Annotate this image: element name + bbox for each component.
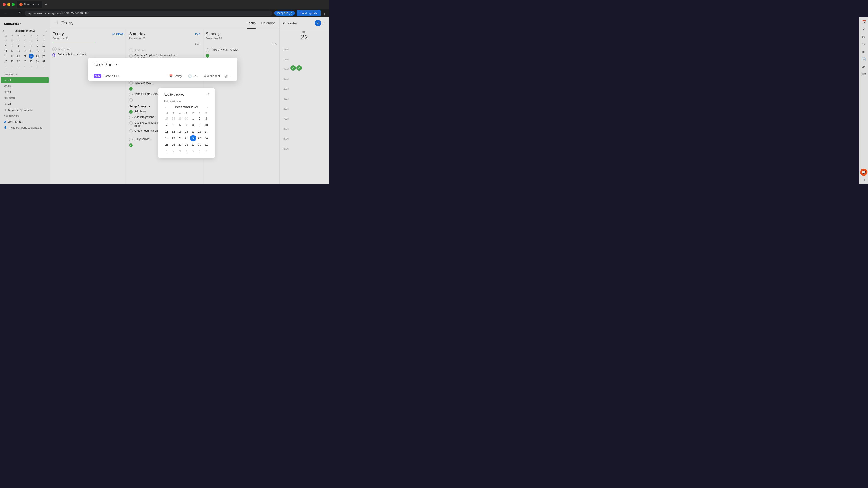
date-label: Today [174, 74, 182, 78]
cal-day[interactable]: 5 [190, 148, 196, 155]
clock-icon: 🕐 [188, 74, 192, 78]
cal-day[interactable]: 2 [170, 148, 177, 155]
cal-grid: M T W T F S S 27 28 29 30 1 2 3 4 5 6 7 … [164, 111, 209, 155]
cal-day[interactable]: 2 [196, 116, 203, 122]
cal-day[interactable]: 20 [177, 135, 183, 141]
backlog-shortcut: Z [208, 93, 209, 96]
cal-day[interactable]: 7 [203, 148, 209, 155]
toolbar-right: 📅 Today 🕐 --:-- # # channel @ ↑ [167, 73, 232, 78]
cal-day[interactable]: 5 [170, 122, 177, 128]
pick-start-date-section: Pick start date ‹ December 2023 › M T W … [161, 98, 212, 156]
cal-day[interactable]: 16 [196, 129, 203, 135]
cal-day[interactable]: 30 [183, 116, 190, 122]
cal-day[interactable]: 6 [196, 148, 203, 155]
cal-day[interactable]: 25 [164, 142, 170, 148]
time-button[interactable]: 🕐 --:-- [186, 73, 199, 78]
date-picker-button[interactable]: 📅 Today [167, 73, 184, 78]
cal-day-today[interactable]: 22 [190, 135, 196, 141]
cal-day[interactable]: 18 [164, 135, 170, 141]
time-label: --:-- [193, 74, 198, 78]
cal-header-s2: S [203, 111, 209, 115]
cal-day[interactable]: 13 [177, 129, 183, 135]
cal-nav: ‹ December 2023 › [164, 105, 209, 109]
cal-day[interactable]: 9 [196, 122, 203, 128]
add-to-backlog-option[interactable]: Add to backlog Z [161, 91, 212, 98]
calendar-icon: 📅 [169, 74, 173, 78]
cal-day[interactable]: 17 [203, 129, 209, 135]
task-modal-toolbar: NEW Paste a URL 📅 Today 🕐 --:-- # # chan… [94, 71, 232, 81]
cal-day[interactable]: 6 [177, 122, 183, 128]
cal-day[interactable]: 24 [203, 135, 209, 141]
cal-day[interactable]: 12 [170, 129, 177, 135]
cal-day[interactable]: 19 [170, 135, 177, 141]
cal-day[interactable]: 4 [164, 122, 170, 128]
cal-day[interactable]: 28 [183, 142, 190, 148]
cal-day[interactable]: 30 [196, 142, 203, 148]
channel-hash-icon: # [204, 74, 206, 78]
channel-button[interactable]: # # channel [202, 73, 222, 78]
cal-day[interactable]: 14 [183, 129, 190, 135]
upload-button[interactable]: ↑ [230, 74, 232, 78]
cal-day[interactable]: 1 [164, 148, 170, 155]
cal-day[interactable]: 8 [190, 122, 196, 128]
cal-day[interactable]: 29 [190, 142, 196, 148]
task-modal-title: Take Photos [94, 62, 232, 67]
cal-day[interactable]: 21 [183, 135, 190, 141]
cal-month-title: December 2023 [175, 105, 198, 109]
cal-header-s: S [196, 111, 203, 115]
cal-header-m: M [164, 111, 170, 115]
cal-prev-button[interactable]: ‹ [164, 105, 167, 109]
assign-button[interactable]: @ [224, 74, 228, 78]
task-modal: Take Photos NEW Paste a URL 📅 Today 🕐 --… [88, 58, 237, 81]
backlog-label: Add to backlog [164, 93, 185, 96]
cal-header-f: F [190, 111, 196, 115]
cal-header-t2: T [183, 111, 190, 115]
cal-header-t: T [170, 111, 177, 115]
paste-url-label[interactable]: Paste a URL [103, 74, 120, 78]
cal-next-button[interactable]: › [206, 105, 209, 109]
cal-day[interactable]: 7 [183, 122, 190, 128]
cal-day[interactable]: 11 [164, 129, 170, 135]
date-picker-dropdown: Add to backlog Z Pick start date ‹ Decem… [158, 88, 215, 158]
cal-day[interactable]: 27 [177, 142, 183, 148]
new-badge: NEW [94, 74, 101, 78]
cal-day[interactable]: 23 [196, 135, 203, 141]
cal-day[interactable]: 4 [183, 148, 190, 155]
cal-day[interactable]: 1 [190, 116, 196, 122]
cal-day[interactable]: 31 [203, 142, 209, 148]
cal-day[interactable]: 3 [177, 148, 183, 155]
cal-day[interactable]: 3 [203, 116, 209, 122]
cal-day[interactable]: 10 [203, 122, 209, 128]
pick-date-label: Pick start date [164, 100, 209, 103]
cal-header-w: W [177, 111, 183, 115]
url-paste-area: NEW Paste a URL [94, 74, 120, 78]
channel-label: # channel [207, 74, 220, 78]
cal-day[interactable]: 26 [170, 142, 177, 148]
cal-day[interactable]: 28 [170, 116, 177, 122]
cal-day[interactable]: 27 [164, 116, 170, 122]
cal-day[interactable]: 15 [190, 129, 196, 135]
cal-day[interactable]: 29 [177, 116, 183, 122]
